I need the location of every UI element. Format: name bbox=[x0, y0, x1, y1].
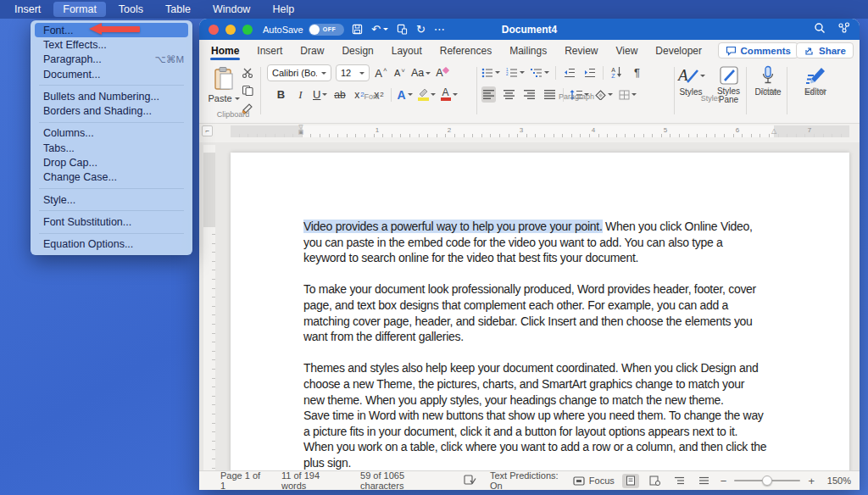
paragraph-4[interactable]: Save time in Word with new buttons that … bbox=[303, 408, 768, 470]
menu-item-drop-cap[interactable]: Drop Cap... bbox=[31, 155, 192, 170]
save-icon[interactable] bbox=[352, 24, 363, 35]
grow-font-button[interactable]: A˄ bbox=[374, 65, 388, 81]
menu-item-text-effects[interactable]: Text Effects... bbox=[31, 37, 192, 52]
zoom-level[interactable]: 150% bbox=[822, 476, 851, 486]
clipboard-group: Paste Clipboard bbox=[206, 64, 260, 120]
menu-item-bullets-numbering[interactable]: Bullets and Numbering... bbox=[31, 89, 192, 103]
paragraph-3[interactable]: Themes and styles also help keep your do… bbox=[303, 360, 768, 408]
copy-document-icon[interactable] bbox=[397, 24, 408, 35]
tab-draw[interactable]: Draw bbox=[299, 42, 325, 60]
character-count[interactable]: 59 of 1065 characters bbox=[360, 470, 450, 490]
word-count[interactable]: 11 of 194 words bbox=[281, 470, 347, 490]
undo-icon[interactable]: ↶ bbox=[371, 24, 388, 35]
styles-pane-icon bbox=[719, 65, 739, 86]
font-group: Calibri (Bo... 12 A˄ A˅ Aa A B I U ab x2 bbox=[267, 64, 476, 103]
sort-button[interactable]: AZ bbox=[609, 64, 624, 81]
zoom-in-button[interactable]: + bbox=[808, 475, 815, 487]
close-window-button[interactable] bbox=[209, 25, 219, 35]
draft-view-button[interactable] bbox=[696, 474, 713, 488]
zoom-out-button[interactable]: − bbox=[721, 475, 727, 487]
more-commands-icon[interactable]: ⋯ bbox=[434, 24, 445, 35]
numbering-button[interactable]: 12 bbox=[506, 64, 525, 81]
tab-selector[interactable]: ⌐ bbox=[202, 125, 213, 136]
autosave-control: AutoSave OFF bbox=[263, 19, 344, 40]
menubar-table[interactable]: Table bbox=[156, 2, 200, 17]
change-case-button[interactable]: Aa bbox=[411, 65, 431, 81]
search-icon[interactable] bbox=[814, 22, 826, 37]
voice-group: Dictate Voice bbox=[749, 64, 787, 97]
menu-item-paragraph[interactable]: Paragraph...⌥⌘M bbox=[31, 53, 192, 67]
outline-view-button[interactable] bbox=[671, 474, 688, 488]
menu-item-change-case[interactable]: Change Case... bbox=[31, 170, 192, 185]
paragraph-2[interactable]: To make your document look professionall… bbox=[303, 281, 768, 344]
traffic-lights bbox=[209, 25, 253, 35]
menu-item-columns[interactable]: Columns... bbox=[31, 126, 192, 141]
redo-icon[interactable]: ↻ bbox=[416, 24, 426, 35]
comment-icon bbox=[726, 46, 737, 56]
tab-mailings[interactable]: Mailings bbox=[509, 42, 548, 60]
vertical-ruler[interactable] bbox=[203, 145, 215, 470]
document-page[interactable]: Video provides a powerful way to help yo… bbox=[231, 153, 849, 470]
tab-view[interactable]: View bbox=[615, 42, 639, 60]
zoom-slider-knob[interactable] bbox=[762, 476, 772, 486]
tab-references[interactable]: References bbox=[439, 42, 492, 60]
tab-design[interactable]: Design bbox=[341, 42, 374, 60]
show-marks-button[interactable]: ¶ bbox=[630, 64, 644, 81]
paragraph-1[interactable]: Video provides a powerful way to help yo… bbox=[303, 219, 768, 266]
tab-layout[interactable]: Layout bbox=[391, 42, 423, 60]
document-text[interactable]: Video provides a powerful way to help yo… bbox=[303, 219, 768, 470]
title-bar: AutoSave OFF ↶ ↻ ⋯ Document4 bbox=[199, 19, 860, 40]
zoom-slider[interactable] bbox=[734, 480, 800, 482]
zoom-window-button[interactable] bbox=[242, 25, 253, 35]
vertical-ruler-margin bbox=[203, 153, 215, 227]
spellcheck-icon[interactable] bbox=[464, 475, 476, 487]
paste-clipboard-icon bbox=[213, 66, 235, 92]
tab-developer[interactable]: Developer bbox=[654, 42, 703, 60]
presence-share-icon[interactable] bbox=[837, 22, 851, 37]
paste-label: Paste bbox=[208, 93, 231, 103]
menu-item-font-substitution[interactable]: Font Substitution... bbox=[31, 214, 192, 229]
ruler-number: 5 bbox=[664, 126, 667, 134]
print-layout-view-button[interactable] bbox=[622, 474, 639, 488]
menu-item-borders-shading[interactable]: Borders and Shading... bbox=[31, 103, 192, 118]
menu-item-tabs[interactable]: Tabs... bbox=[31, 141, 192, 155]
tab-insert[interactable]: Insert bbox=[256, 42, 283, 60]
indent-markers[interactable]: ▽▣ bbox=[297, 125, 305, 134]
share-icon bbox=[804, 46, 815, 56]
page-count[interactable]: Page 1 of 1 bbox=[220, 470, 268, 490]
font-name-select[interactable]: Calibri (Bo... bbox=[267, 64, 331, 81]
selected-text[interactable]: Video provides a powerful way to help yo… bbox=[303, 220, 603, 233]
menubar-help[interactable]: Help bbox=[263, 2, 303, 17]
shrink-font-button[interactable]: A˅ bbox=[392, 65, 407, 81]
styles-group: A Styles Styles Pane Styles bbox=[677, 64, 745, 104]
focus-control[interactable]: Focus bbox=[573, 476, 615, 486]
menubar-insert[interactable]: Insert bbox=[5, 2, 50, 17]
clipboard-group-label: Clipboard bbox=[206, 110, 260, 119]
horizontal-ruler[interactable]: 1 2 3 4 5 6 7 ▽▣ △ bbox=[231, 125, 849, 137]
tab-review[interactable]: Review bbox=[564, 42, 598, 60]
menu-item-style[interactable]: Style... bbox=[31, 192, 192, 207]
cut-icon[interactable] bbox=[242, 68, 253, 80]
right-indent-marker[interactable]: △ bbox=[770, 127, 778, 135]
increase-indent-button[interactable] bbox=[582, 64, 597, 81]
clear-formatting-button[interactable]: A bbox=[435, 65, 449, 81]
font-size-select[interactable]: 12 bbox=[336, 64, 370, 81]
share-button[interactable]: Share bbox=[796, 42, 854, 58]
comments-button[interactable]: Comments bbox=[718, 42, 798, 58]
tab-home[interactable]: Home bbox=[210, 42, 240, 60]
bullets-button[interactable] bbox=[481, 64, 500, 81]
menubar-window[interactable]: Window bbox=[203, 2, 259, 17]
menu-item-document[interactable]: Document... bbox=[31, 67, 192, 81]
menubar-tools[interactable]: Tools bbox=[109, 2, 153, 17]
copy-icon[interactable] bbox=[242, 85, 253, 97]
autosave-state: OFF bbox=[323, 26, 337, 32]
paste-button[interactable]: Paste bbox=[209, 66, 238, 103]
autosave-toggle[interactable]: OFF bbox=[309, 24, 344, 36]
minimize-window-button[interactable] bbox=[225, 25, 236, 35]
decrease-indent-button[interactable] bbox=[562, 64, 576, 81]
menu-item-equation-options[interactable]: Equation Options... bbox=[31, 237, 192, 252]
text-predictions[interactable]: Text Predictions: On bbox=[490, 470, 573, 490]
web-layout-view-button[interactable] bbox=[647, 474, 664, 488]
multilevel-list-button[interactable] bbox=[531, 64, 549, 81]
menubar-format[interactable]: Format bbox=[53, 2, 106, 17]
